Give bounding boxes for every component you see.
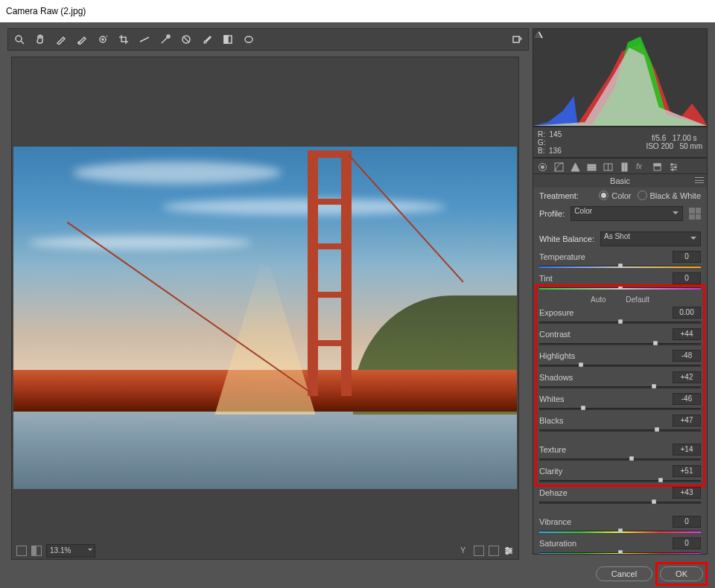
clarity-label: Clarity xyxy=(539,467,562,476)
right-panel: R: 145 G: B: 136 f/5.6 17.00 s ISO 200 5… xyxy=(533,28,708,555)
white-balance-tool-icon[interactable] xyxy=(56,34,66,45)
shadows-label: Shadows xyxy=(539,373,573,382)
preview-image[interactable] xyxy=(13,147,517,489)
preview-toggle-icon[interactable]: Y xyxy=(460,546,469,555)
profile-select[interactable]: Color xyxy=(571,206,683,221)
tab-curve-icon[interactable] xyxy=(554,162,564,172)
color-sampler-tool-icon[interactable] xyxy=(77,34,87,45)
view-compare-icon[interactable] xyxy=(31,546,42,556)
panel-menu-icon[interactable] xyxy=(695,177,704,183)
auto-default-links: Auto Default xyxy=(533,294,707,305)
tab-split-icon[interactable] xyxy=(603,162,613,172)
profile-browser-icon[interactable] xyxy=(689,208,701,220)
shadows-slider[interactable]: Shadows+42 xyxy=(533,371,707,390)
svg-rect-20 xyxy=(555,163,563,171)
exposure-slider[interactable]: Exposure0.00 xyxy=(533,307,707,325)
whites-slider[interactable]: Whites-46 xyxy=(533,393,707,412)
tab-calib-icon[interactable] xyxy=(652,162,662,172)
tint-slider[interactable]: Tint0 xyxy=(533,272,707,291)
dehaze-label: Dehaze xyxy=(539,488,568,497)
heal-tool-icon[interactable] xyxy=(160,34,171,45)
tab-basic-icon[interactable] xyxy=(538,162,547,172)
texture-label: Texture xyxy=(539,445,566,454)
saturation-slider[interactable]: Saturation0 xyxy=(533,537,707,555)
highlights-slider[interactable]: Highlights-48 xyxy=(533,350,707,368)
contrast-slider[interactable]: Contrast+44 xyxy=(533,328,707,347)
svg-line-7 xyxy=(183,36,189,42)
gradient-tool-icon[interactable] xyxy=(223,34,233,45)
contrast-value[interactable]: +44 xyxy=(673,328,701,340)
tab-lens-icon[interactable] xyxy=(620,162,629,172)
ok-button[interactable]: OK xyxy=(660,566,703,581)
view-single-icon[interactable] xyxy=(16,546,27,556)
blacks-value[interactable]: +47 xyxy=(673,415,701,426)
temperature-value[interactable]: 0 xyxy=(673,251,701,263)
vibrance-value[interactable]: 0 xyxy=(673,516,701,528)
hand-tool-icon[interactable] xyxy=(35,34,45,45)
svg-point-2 xyxy=(78,42,80,43)
svg-point-19 xyxy=(541,165,544,168)
default-link[interactable]: Default xyxy=(626,295,649,304)
brush-tool-icon[interactable] xyxy=(202,34,212,45)
shadows-value[interactable]: +42 xyxy=(673,371,701,383)
crop-tool-icon[interactable] xyxy=(118,34,129,45)
treatment-color-radio[interactable]: Color xyxy=(599,191,631,200)
tint-label: Tint xyxy=(539,274,553,283)
vibrance-label: Vibrance xyxy=(539,517,571,526)
profile-label: Profile: xyxy=(539,209,565,218)
texture-value[interactable]: +14 xyxy=(673,444,701,456)
before-after-icon[interactable] xyxy=(474,546,484,556)
tab-detail-icon[interactable] xyxy=(571,162,580,172)
info-readout: R: 145 G: B: 136 f/5.6 17.00 s ISO 200 5… xyxy=(533,127,708,158)
clarity-slider[interactable]: Clarity+51 xyxy=(533,465,707,484)
vibrance-slider[interactable]: Vibrance0 xyxy=(533,516,707,534)
dehaze-value[interactable]: +43 xyxy=(673,487,701,499)
svg-point-4 xyxy=(102,39,104,40)
svg-rect-21 xyxy=(588,164,596,166)
dehaze-slider[interactable]: Dehaze+43 xyxy=(533,487,707,505)
blacks-label: Blacks xyxy=(539,416,563,425)
tab-fx-icon[interactable]: fx xyxy=(636,162,646,172)
settings-icon[interactable] xyxy=(503,546,514,556)
tint-value[interactable]: 0 xyxy=(673,272,701,284)
highlights-value[interactable]: -48 xyxy=(673,350,701,362)
tab-presets-icon[interactable] xyxy=(669,162,679,172)
redeye-tool-icon[interactable] xyxy=(181,34,191,45)
wb-label: White Balance: xyxy=(539,234,594,243)
swap-icon[interactable] xyxy=(489,546,499,556)
zoom-tool-icon[interactable] xyxy=(14,34,25,45)
straighten-tool-icon[interactable] xyxy=(139,34,150,45)
svg-point-16 xyxy=(509,550,512,552)
wb-select[interactable]: As Shot xyxy=(600,231,701,246)
whites-label: Whites xyxy=(539,394,565,403)
blacks-slider[interactable]: Blacks+47 xyxy=(533,415,707,433)
cancel-button[interactable]: Cancel xyxy=(596,566,652,581)
temperature-slider[interactable]: Temperature0 xyxy=(533,251,707,269)
clarity-value[interactable]: +51 xyxy=(673,465,701,477)
tab-hsl-icon[interactable] xyxy=(587,162,597,172)
svg-line-1 xyxy=(21,41,24,44)
svg-rect-23 xyxy=(588,169,596,170)
dialog-buttons: Cancel OK xyxy=(0,560,715,588)
saturation-label: Saturation xyxy=(539,539,576,548)
window-title: Camera Raw (2.jpg) xyxy=(0,0,715,23)
preferences-icon[interactable] xyxy=(512,34,522,45)
svg-point-34 xyxy=(675,166,677,168)
auto-link[interactable]: Auto xyxy=(591,295,606,304)
radial-tool-icon[interactable] xyxy=(244,34,254,45)
treatment-bw-radio[interactable]: Black & White xyxy=(638,191,701,200)
svg-rect-26 xyxy=(622,163,624,171)
toolbar xyxy=(7,28,529,51)
preview-status-bar: 13.1% Y xyxy=(12,543,518,559)
saturation-value[interactable]: 0 xyxy=(673,537,701,549)
exposure-value[interactable]: 0.00 xyxy=(673,307,701,319)
texture-slider[interactable]: Texture+14 xyxy=(533,444,707,462)
target-adjust-tool-icon[interactable] xyxy=(98,34,108,45)
whites-value[interactable]: -46 xyxy=(673,393,701,405)
histogram[interactable] xyxy=(533,28,708,127)
zoom-select[interactable]: 13.1% xyxy=(46,544,95,557)
svg-point-17 xyxy=(506,552,509,555)
panel-header: Basic xyxy=(533,174,707,188)
highlights-label: Highlights xyxy=(539,351,575,360)
svg-rect-9 xyxy=(224,36,228,43)
